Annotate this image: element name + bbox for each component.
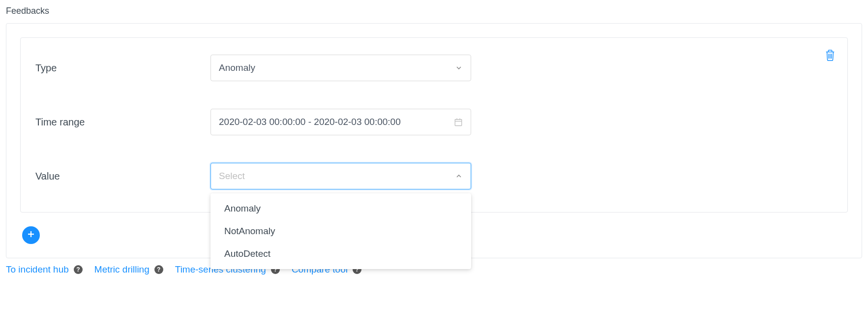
- type-row: Type Anomaly: [35, 55, 833, 81]
- time-range-row: Time range 2020-02-03 00:00:00 - 2020-02…: [35, 109, 833, 135]
- feedback-item: Type Anomaly Time range 2020-02-03 00:00…: [20, 37, 848, 213]
- value-dropdown: Anomaly NotAnomaly AutoDetect: [210, 193, 471, 269]
- trash-icon: [825, 49, 836, 63]
- time-range-input[interactable]: 2020-02-03 00:00:00 - 2020-02-03 00:00:0…: [210, 109, 471, 135]
- chevron-up-icon: [455, 172, 463, 180]
- value-option-autodetect[interactable]: AutoDetect: [210, 243, 471, 265]
- value-select-placeholder: Select: [219, 171, 245, 182]
- value-option-anomaly[interactable]: Anomaly: [210, 197, 471, 220]
- feedbacks-panel: Type Anomaly Time range 2020-02-03 00:00…: [6, 23, 862, 258]
- link-incident-hub[interactable]: To incident hub: [6, 264, 69, 275]
- svg-rect-0: [455, 120, 462, 126]
- add-button[interactable]: [22, 226, 40, 244]
- value-row: Value Select Anomaly NotAnomaly AutoDete…: [35, 163, 833, 189]
- value-option-notanomaly[interactable]: NotAnomaly: [210, 220, 471, 243]
- type-select-value: Anomaly: [219, 62, 255, 73]
- value-label: Value: [35, 171, 210, 182]
- delete-button[interactable]: [825, 49, 836, 63]
- help-icon[interactable]: ?: [154, 265, 163, 274]
- value-select[interactable]: Select: [210, 163, 471, 189]
- type-label: Type: [35, 62, 210, 74]
- plus-icon: [27, 230, 35, 241]
- time-range-value: 2020-02-03 00:00:00 - 2020-02-03 00:00:0…: [219, 117, 401, 127]
- type-select[interactable]: Anomaly: [210, 55, 471, 81]
- calendar-icon: [454, 118, 463, 126]
- help-icon[interactable]: ?: [74, 265, 83, 274]
- time-range-label: Time range: [35, 117, 210, 128]
- chevron-down-icon: [455, 64, 463, 72]
- link-metric-drilling[interactable]: Metric drilling: [94, 264, 150, 275]
- section-title: Feedbacks: [6, 6, 862, 16]
